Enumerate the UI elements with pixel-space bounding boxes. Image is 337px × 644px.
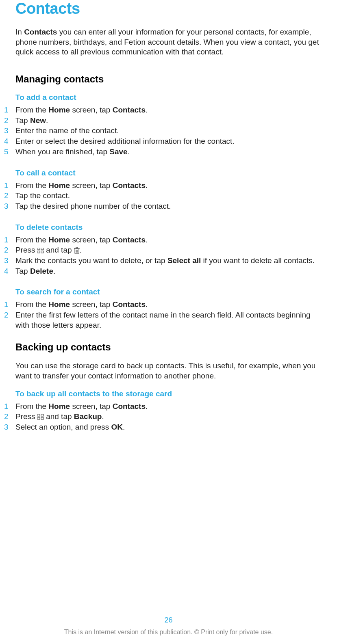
step-text: Enter the name of the contact. (15, 126, 119, 135)
list-item: 4Tap Delete. (15, 266, 322, 277)
sub-add-contact: To add a contact (15, 93, 322, 102)
step-text: Enter or select the desired additional i… (15, 137, 235, 145)
list-item: 3Mark the contacts you want to delete, o… (15, 256, 322, 266)
list-item: 1From the Home screen, tap Contacts. (15, 105, 322, 115)
list-item: 3Select an option, and press OK. (15, 422, 322, 432)
step-text: if you want to delete all contacts. (201, 256, 315, 265)
step-text: . (80, 246, 82, 254)
step-bold: Save (109, 147, 127, 156)
step-text: Tap (15, 267, 30, 275)
menu-icon (37, 248, 44, 253)
step-text: . (146, 106, 148, 114)
step-number: 1 (4, 235, 9, 245)
list-item: 1From the Home screen, tap Contacts. (15, 402, 322, 412)
sub-call-contact: To call a contact (15, 169, 322, 177)
list-item: 2Tap New. (15, 116, 322, 126)
step-text: . (123, 423, 125, 431)
step-bold: Home (48, 402, 70, 411)
svg-rect-1 (41, 248, 43, 250)
step-bold: Home (48, 236, 70, 244)
section-managing-heading: Managing contacts (15, 73, 322, 85)
step-bold: Backup (74, 412, 102, 421)
list-item: 2Tap the contact. (15, 191, 322, 201)
step-bold: Contacts (113, 300, 146, 309)
menu-icon (37, 414, 44, 420)
step-text: From the (15, 402, 48, 411)
svg-rect-9 (76, 247, 78, 248)
step-text: . (146, 181, 148, 190)
step-number: 3 (4, 126, 9, 136)
list-item: 1From the Home screen, tap Contacts. (15, 300, 322, 310)
step-text: Press (15, 246, 37, 254)
step-number: 5 (4, 147, 9, 157)
page-title: Contacts (15, 0, 322, 17)
step-bold: Select all (167, 256, 201, 265)
intro-rest: you can enter all your information for y… (15, 28, 319, 56)
backing-body: You can use the storage card to back up … (15, 361, 322, 381)
step-text: . (53, 267, 55, 275)
page-footer: 26 This is an Internet version of this p… (0, 616, 337, 636)
step-text: screen, tap (70, 300, 113, 309)
step-text: From the (15, 181, 48, 190)
step-number: 4 (4, 136, 9, 147)
step-bold: Home (48, 181, 70, 190)
step-number: 1 (4, 402, 9, 412)
block-backup-contacts: To back up all contacts to the storage c… (15, 389, 322, 432)
step-number: 2 (4, 245, 9, 255)
block-call-contact: To call a contact 1From the Home screen,… (15, 169, 322, 212)
step-text: When you are finished, tap (15, 147, 109, 156)
step-text: From the (15, 236, 48, 244)
page-number: 26 (0, 616, 337, 625)
intro-paragraph: In Contacts you can enter all your infor… (15, 27, 322, 57)
step-bold: Contacts (113, 106, 146, 114)
step-text: screen, tap (70, 106, 113, 114)
step-text: . (102, 412, 104, 421)
block-add-contact: To add a contact 1From the Home screen, … (15, 93, 322, 157)
step-text: screen, tap (70, 181, 113, 190)
step-text: From the (15, 106, 48, 114)
step-number: 3 (4, 201, 9, 212)
step-text: Mark the contacts you want to delete, or… (15, 256, 167, 265)
sub-delete-contacts: To delete contacts (15, 223, 322, 232)
step-number: 2 (4, 412, 9, 422)
step-text: Enter the first few letters of the conta… (15, 311, 311, 329)
step-text: From the (15, 300, 48, 309)
step-text: . (128, 147, 130, 156)
step-text: Tap (15, 116, 30, 125)
intro-prefix: In (15, 28, 24, 36)
list-item: 5When you are finished, tap Save. (15, 147, 322, 157)
step-bold: Contacts (113, 236, 146, 244)
step-number: 2 (4, 116, 9, 126)
step-bold: Home (48, 300, 70, 309)
step-number: 1 (4, 300, 9, 310)
step-bold: Home (48, 106, 70, 114)
step-bold: Contacts (113, 402, 146, 411)
step-text: screen, tap (70, 402, 113, 411)
list-item: 4Enter or select the desired additional … (15, 136, 322, 147)
svg-rect-2 (37, 251, 40, 253)
step-text: . (146, 300, 148, 309)
step-text: and tap (44, 412, 74, 421)
step-number: 1 (4, 105, 9, 115)
svg-rect-12 (37, 417, 40, 419)
step-text: screen, tap (70, 236, 113, 244)
step-text: . (46, 116, 48, 125)
step-text: . (146, 402, 148, 411)
svg-rect-0 (37, 248, 40, 250)
footer-text: This is an Internet version of this publ… (0, 629, 337, 636)
sub-search-contact: To search for a contact (15, 287, 322, 296)
step-number: 2 (4, 191, 9, 201)
list-item: 1From the Home screen, tap Contacts. (15, 235, 322, 245)
sub-backup-contacts: To back up all contacts to the storage c… (15, 389, 322, 398)
step-number: 2 (4, 310, 9, 320)
step-text: . (146, 236, 148, 244)
step-number: 1 (4, 181, 9, 191)
svg-rect-10 (37, 414, 40, 416)
list-item: 3Enter the name of the contact. (15, 126, 322, 136)
step-text: and tap (44, 246, 74, 254)
step-bold: OK (111, 423, 123, 431)
step-text: Press (15, 412, 37, 421)
svg-rect-13 (41, 417, 43, 419)
step-number: 3 (4, 422, 9, 432)
step-bold: New (30, 116, 46, 125)
